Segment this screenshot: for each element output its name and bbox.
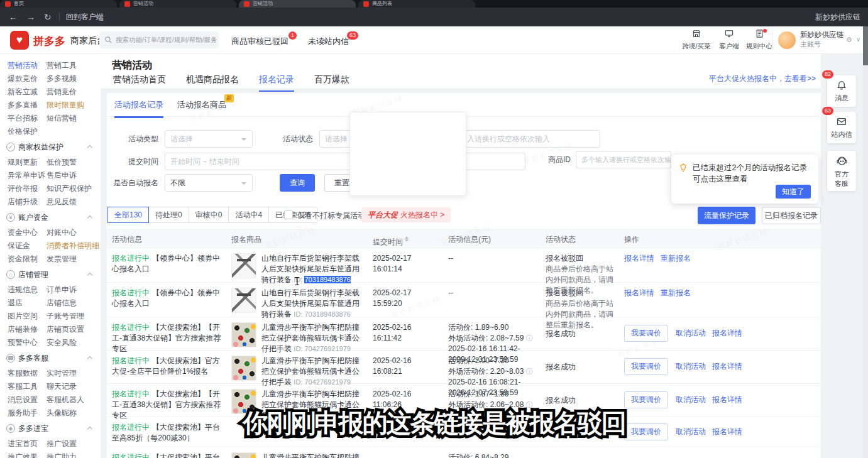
sidebar-item[interactable]: 预警中心 <box>8 336 47 349</box>
goods-id-input[interactable]: 多个输入请换行或空格依次输入 <box>576 151 671 168</box>
sidebar-item[interactable]: 客服工具 <box>8 380 47 393</box>
sidebar-item[interactable]: 营销工具 <box>47 59 101 72</box>
archived-records-button[interactable]: 已归档报名记录 <box>762 207 821 224</box>
product-thumbnail[interactable] <box>231 452 256 458</box>
signup-detail-link[interactable]: 报名详情 <box>712 329 742 337</box>
site-mail-rail-button[interactable]: 站内信 <box>827 112 856 143</box>
sidebar-item[interactable]: 短信营销 <box>47 112 101 125</box>
product-thumbnail[interactable] <box>231 288 256 313</box>
auto-signup-select[interactable]: 不限 <box>165 174 253 192</box>
sidebar-section-duoduo-jinbao[interactable]: ◈ 多多进宝 <box>0 420 101 437</box>
filter-chip[interactable]: 全部130 <box>107 207 149 223</box>
sidebar-item[interactable]: 意见反馈 <box>47 195 101 209</box>
cancel-activity-link[interactable]: 取消活动 <box>676 395 706 404</box>
subtab-activity-records[interactable]: 活动报名记录 <box>114 99 163 118</box>
sidebar-item[interactable]: 服务助手 <box>8 406 47 420</box>
sidebar-item[interactable]: 店铺页设置 <box>47 323 101 336</box>
browser-tab[interactable]: 商品列表 <box>358 0 475 8</box>
sidebar-item[interactable]: 资金限制 <box>8 253 47 266</box>
sidebar-item[interactable]: 店铺装修 <box>8 323 47 336</box>
subtab-activity-goods[interactable]: 活动报名商品 <box>177 99 226 116</box>
sidebar-item[interactable]: 图片空间 <box>8 310 47 323</box>
product-thumbnail[interactable] <box>231 356 256 381</box>
re-signup-link[interactable]: 重新报名 <box>661 288 691 297</box>
scrollbar-thumb[interactable] <box>863 26 868 65</box>
exclusive-activity-checkbox[interactable] <box>284 210 293 219</box>
sidebar-item[interactable]: 价格保护 <box>8 125 47 138</box>
submit-time-range-input[interactable]: 开始时间 ~ 结束时间 <box>165 153 525 170</box>
sidebar-item[interactable]: 推广助力 <box>47 450 101 458</box>
product-thumbnail[interactable] <box>231 322 256 347</box>
browser-tab[interactable]: 营销活动 <box>119 0 236 8</box>
rules-center-button[interactable]: 规则中心 <box>743 29 776 51</box>
sidebar-item[interactable]: 实时管理 <box>47 367 101 380</box>
flow-protect-records-button[interactable]: 流量保护记录 <box>698 207 755 224</box>
sidebar-item[interactable]: 营销活动 <box>8 59 47 72</box>
sidebar-item[interactable]: 店铺升级 <box>8 195 47 209</box>
sidebar-item[interactable]: 安全风险 <box>47 336 101 349</box>
scrollbar-track[interactable] <box>863 26 868 458</box>
sidebar-item[interactable]: 评价举报 <box>8 182 47 195</box>
sidebar-item[interactable]: 客服机器人 <box>47 393 101 406</box>
sidebar-item[interactable]: 异常单申诉 <box>8 169 47 182</box>
tab[interactable]: 营销活动首页 <box>113 74 166 92</box>
sidebar-item[interactable]: 发票管理 <box>47 253 101 266</box>
tab[interactable]: 机遇商品报名 <box>186 74 239 92</box>
sidebar-item[interactable]: 爆款竞价 <box>8 72 47 85</box>
activity-type-select[interactable]: 请选择 <box>165 130 253 148</box>
tab[interactable]: 百万爆款 <box>314 74 349 92</box>
tab[interactable]: 报名记录 <box>259 74 294 92</box>
adjust-price-button[interactable]: 我要调价 <box>624 358 668 375</box>
cancel-activity-link[interactable]: 取消活动 <box>676 329 706 337</box>
settings-gear-icon[interactable]: ⚙ <box>846 36 852 44</box>
sidebar-item[interactable]: 退店 <box>8 297 47 310</box>
got-it-button[interactable]: 知道了 <box>776 185 811 199</box>
sidebar-item[interactable]: 推广效果 <box>8 450 47 458</box>
sort-icon[interactable] <box>405 234 409 244</box>
sidebar-section-shop-manage[interactable]: ⌂ 店铺管理 <box>0 266 101 283</box>
sidebar-section-merchant-rights[interactable]: ✓ 商家权益保护 <box>0 138 101 156</box>
sidebar-item[interactable]: 规则更新 <box>8 156 47 169</box>
back-to-client-link[interactable]: 回到客户端 <box>66 12 104 23</box>
adjust-price-button[interactable]: 我要调价 <box>624 325 668 342</box>
client-app-button[interactable]: 客户端 <box>713 29 745 51</box>
account-avatar[interactable] <box>778 31 796 49</box>
sidebar-item[interactable]: 头像昵称 <box>47 406 101 420</box>
open-dropdown-panel[interactable] <box>349 112 466 196</box>
sidebar-item[interactable]: 对账中心 <box>47 226 101 239</box>
audit-rejected-link[interactable]: 商品审核已驳回 <box>231 36 288 47</box>
info-icon[interactable]: ⓘ <box>526 334 533 342</box>
sidebar-item[interactable]: 子账号管理 <box>47 310 101 323</box>
global-search-input[interactable]: 搜索功能/订单/课程/规则/帮助/服务 <box>99 31 219 48</box>
product-thumbnail[interactable] <box>231 389 256 414</box>
unread-mail-link[interactable]: 未读站内信 <box>308 36 349 47</box>
sidebar-item[interactable]: 订单申诉 <box>47 283 101 297</box>
forward-icon[interactable]: → <box>26 12 35 22</box>
sidebar-item[interactable]: 消息设置 <box>8 393 47 406</box>
chevron-down-icon[interactable]: ∨ <box>856 36 860 43</box>
promo-link[interactable]: 平台大促火热报名中，去看看>> <box>616 74 816 84</box>
sidebar-item[interactable]: 店铺信息 <box>47 297 101 310</box>
signup-detail-link[interactable]: 报名详情 <box>712 427 742 436</box>
sidebar-item[interactable]: 推广设置 <box>47 437 101 450</box>
messages-rail-button[interactable]: 消息 <box>827 75 856 107</box>
sidebar-item[interactable]: 营销竞价 <box>47 85 101 99</box>
sidebar-item[interactable]: 限时限量购 <box>47 99 101 112</box>
sidebar-item[interactable]: 新客立减 <box>8 85 47 99</box>
hot-promo-badge[interactable]: 平台大促火热报名中 > <box>361 207 451 222</box>
signup-detail-link[interactable]: 报名详情 <box>712 362 742 371</box>
sidebar-section-account-funds[interactable]: ¥ 账户资金 <box>0 209 101 226</box>
back-icon[interactable]: ← <box>9 12 18 22</box>
info-icon[interactable]: ⓘ <box>526 401 533 408</box>
sidebar-item[interactable]: 消费者补偿明细 <box>47 239 101 253</box>
crossborder-entry-button[interactable]: 跨境/买菜 <box>680 29 713 51</box>
col-submit-time[interactable]: 提交时间 <box>368 230 443 248</box>
browser-tab[interactable]: 首页 <box>0 0 117 8</box>
sidebar-item[interactable]: 违规信息 <box>8 283 47 297</box>
signup-detail-link[interactable]: 报名详情 <box>624 254 654 263</box>
filter-chip[interactable]: 待处理0 <box>148 207 189 223</box>
product-id-selected[interactable]: 703189483876 <box>304 276 350 283</box>
sidebar-item[interactable]: 售后申诉 <box>47 169 101 182</box>
sidebar-item[interactable]: 聊天记录 <box>47 380 101 393</box>
cancel-activity-link[interactable]: 取消活动 <box>676 362 706 371</box>
